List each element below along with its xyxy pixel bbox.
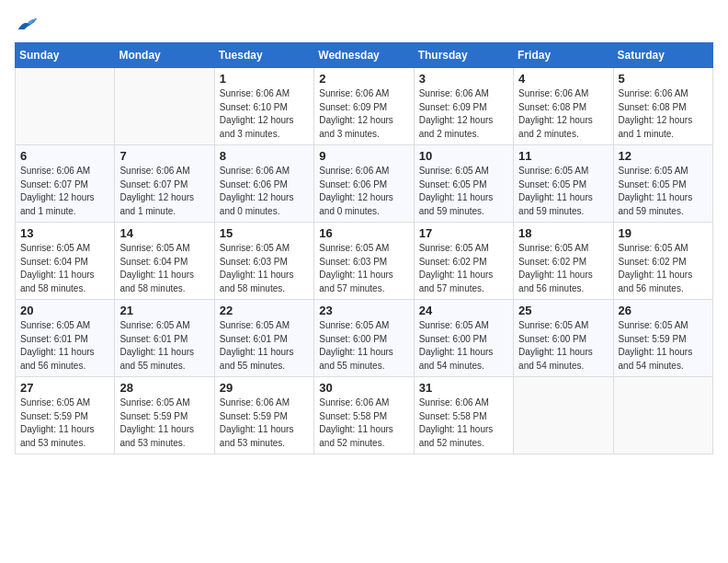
calendar-week-row: 27Sunrise: 6:05 AM Sunset: 5:59 PM Dayli… bbox=[16, 377, 713, 454]
day-number: 12 bbox=[619, 149, 708, 163]
logo-bird-icon bbox=[17, 15, 39, 33]
calendar-day-cell: 19Sunrise: 6:05 AM Sunset: 6:02 PM Dayli… bbox=[613, 223, 712, 300]
calendar-header-cell: Saturday bbox=[613, 43, 712, 68]
day-number: 7 bbox=[119, 149, 209, 163]
day-detail: Sunrise: 6:06 AM Sunset: 6:07 PM Dayligh… bbox=[119, 165, 209, 218]
calendar-day-cell: 31Sunrise: 6:06 AM Sunset: 5:58 PM Dayli… bbox=[414, 377, 513, 454]
day-number: 21 bbox=[119, 304, 209, 317]
day-detail: Sunrise: 6:05 AM Sunset: 6:02 PM Dayligh… bbox=[518, 242, 608, 295]
day-detail: Sunrise: 6:05 AM Sunset: 6:01 PM Dayligh… bbox=[220, 319, 309, 373]
calendar-day-cell: 28Sunrise: 6:05 AM Sunset: 5:59 PM Dayli… bbox=[115, 377, 214, 454]
day-detail: Sunrise: 6:05 AM Sunset: 6:00 PM Dayligh… bbox=[518, 319, 608, 373]
calendar-day-cell: 26Sunrise: 6:05 AM Sunset: 5:59 PM Dayli… bbox=[613, 300, 712, 377]
day-detail: Sunrise: 6:05 AM Sunset: 6:03 PM Dayligh… bbox=[220, 242, 309, 295]
calendar-day-cell: 8Sunrise: 6:06 AM Sunset: 6:06 PM Daylig… bbox=[214, 145, 313, 223]
day-number: 3 bbox=[419, 72, 508, 86]
calendar-day-cell bbox=[613, 377, 712, 454]
day-detail: Sunrise: 6:06 AM Sunset: 5:58 PM Dayligh… bbox=[319, 396, 408, 450]
day-detail: Sunrise: 6:05 AM Sunset: 5:59 PM Dayligh… bbox=[20, 396, 109, 450]
calendar-day-cell: 10Sunrise: 6:05 AM Sunset: 6:05 PM Dayli… bbox=[414, 145, 513, 223]
day-detail: Sunrise: 6:06 AM Sunset: 6:06 PM Dayligh… bbox=[220, 165, 309, 218]
day-number: 16 bbox=[319, 226, 408, 240]
day-detail: Sunrise: 6:05 AM Sunset: 5:59 PM Dayligh… bbox=[619, 319, 708, 373]
day-number: 6 bbox=[20, 149, 109, 163]
calendar-week-row: 20Sunrise: 6:05 AM Sunset: 6:01 PM Dayli… bbox=[16, 300, 713, 377]
day-detail: Sunrise: 6:05 AM Sunset: 6:01 PM Dayligh… bbox=[20, 319, 109, 373]
calendar-week-row: 13Sunrise: 6:05 AM Sunset: 6:04 PM Dayli… bbox=[16, 223, 713, 300]
day-detail: Sunrise: 6:06 AM Sunset: 5:59 PM Dayligh… bbox=[220, 396, 309, 450]
calendar-day-cell: 21Sunrise: 6:05 AM Sunset: 6:01 PM Dayli… bbox=[115, 300, 214, 377]
page-header bbox=[15, 15, 713, 33]
day-number: 20 bbox=[20, 304, 109, 317]
day-number: 17 bbox=[419, 226, 508, 240]
calendar-day-cell: 29Sunrise: 6:06 AM Sunset: 5:59 PM Dayli… bbox=[214, 377, 313, 454]
day-number: 31 bbox=[419, 381, 508, 395]
day-detail: Sunrise: 6:05 AM Sunset: 6:04 PM Dayligh… bbox=[20, 242, 109, 295]
calendar-day-cell: 27Sunrise: 6:05 AM Sunset: 5:59 PM Dayli… bbox=[16, 377, 115, 454]
day-number: 2 bbox=[319, 72, 408, 86]
day-detail: Sunrise: 6:06 AM Sunset: 5:58 PM Dayligh… bbox=[419, 396, 508, 450]
day-detail: Sunrise: 6:06 AM Sunset: 6:07 PM Dayligh… bbox=[20, 165, 109, 218]
calendar-day-cell: 4Sunrise: 6:06 AM Sunset: 6:08 PM Daylig… bbox=[514, 68, 613, 145]
day-detail: Sunrise: 6:05 AM Sunset: 6:05 PM Dayligh… bbox=[518, 165, 608, 218]
day-detail: Sunrise: 6:05 AM Sunset: 6:02 PM Dayligh… bbox=[619, 242, 708, 295]
day-detail: Sunrise: 6:06 AM Sunset: 6:10 PM Dayligh… bbox=[220, 87, 309, 141]
calendar-day-cell: 3Sunrise: 6:06 AM Sunset: 6:09 PM Daylig… bbox=[414, 68, 513, 145]
calendar-day-cell bbox=[514, 377, 613, 454]
calendar-day-cell bbox=[115, 68, 214, 145]
day-number: 27 bbox=[20, 381, 109, 395]
calendar-day-cell: 23Sunrise: 6:05 AM Sunset: 6:00 PM Dayli… bbox=[314, 300, 414, 377]
day-detail: Sunrise: 6:06 AM Sunset: 6:09 PM Dayligh… bbox=[319, 87, 408, 141]
calendar-header-cell: Sunday bbox=[16, 43, 115, 68]
day-number: 15 bbox=[220, 226, 309, 240]
calendar-day-cell: 9Sunrise: 6:06 AM Sunset: 6:06 PM Daylig… bbox=[314, 145, 414, 223]
day-detail: Sunrise: 6:05 AM Sunset: 6:03 PM Dayligh… bbox=[319, 242, 408, 295]
calendar-day-cell: 16Sunrise: 6:05 AM Sunset: 6:03 PM Dayli… bbox=[314, 223, 414, 300]
calendar-day-cell: 5Sunrise: 6:06 AM Sunset: 6:08 PM Daylig… bbox=[613, 68, 712, 145]
day-number: 30 bbox=[319, 381, 408, 395]
day-detail: Sunrise: 6:05 AM Sunset: 6:00 PM Dayligh… bbox=[319, 319, 408, 373]
day-detail: Sunrise: 6:05 AM Sunset: 6:05 PM Dayligh… bbox=[619, 165, 708, 218]
calendar-day-cell: 24Sunrise: 6:05 AM Sunset: 6:00 PM Dayli… bbox=[414, 300, 513, 377]
day-number: 9 bbox=[319, 149, 408, 163]
day-number: 14 bbox=[119, 226, 209, 240]
day-number: 24 bbox=[419, 304, 508, 317]
calendar-day-cell: 2Sunrise: 6:06 AM Sunset: 6:09 PM Daylig… bbox=[314, 68, 414, 145]
day-detail: Sunrise: 6:06 AM Sunset: 6:08 PM Dayligh… bbox=[518, 87, 608, 141]
calendar-day-cell: 6Sunrise: 6:06 AM Sunset: 6:07 PM Daylig… bbox=[16, 145, 115, 223]
day-number: 11 bbox=[518, 149, 608, 163]
calendar-week-row: 6Sunrise: 6:06 AM Sunset: 6:07 PM Daylig… bbox=[16, 145, 713, 223]
calendar-day-cell: 20Sunrise: 6:05 AM Sunset: 6:01 PM Dayli… bbox=[16, 300, 115, 377]
calendar-header-row: SundayMondayTuesdayWednesdayThursdayFrid… bbox=[16, 43, 713, 68]
day-detail: Sunrise: 6:06 AM Sunset: 6:08 PM Dayligh… bbox=[619, 87, 708, 141]
calendar-day-cell: 25Sunrise: 6:05 AM Sunset: 6:00 PM Dayli… bbox=[514, 300, 613, 377]
calendar-day-cell: 30Sunrise: 6:06 AM Sunset: 5:58 PM Dayli… bbox=[314, 377, 414, 454]
day-number: 4 bbox=[518, 72, 608, 86]
calendar-table: SundayMondayTuesdayWednesdayThursdayFrid… bbox=[15, 42, 713, 454]
calendar-day-cell: 1Sunrise: 6:06 AM Sunset: 6:10 PM Daylig… bbox=[214, 68, 313, 145]
day-number: 10 bbox=[419, 149, 508, 163]
day-number: 19 bbox=[619, 226, 708, 240]
day-detail: Sunrise: 6:05 AM Sunset: 6:02 PM Dayligh… bbox=[419, 242, 508, 295]
day-detail: Sunrise: 6:06 AM Sunset: 6:09 PM Dayligh… bbox=[419, 87, 508, 141]
day-number: 22 bbox=[220, 304, 309, 317]
day-number: 18 bbox=[518, 226, 608, 240]
day-detail: Sunrise: 6:06 AM Sunset: 6:06 PM Dayligh… bbox=[319, 165, 408, 218]
day-number: 23 bbox=[319, 304, 408, 317]
calendar-header-cell: Friday bbox=[514, 43, 613, 68]
day-number: 28 bbox=[119, 381, 209, 395]
calendar-day-cell: 13Sunrise: 6:05 AM Sunset: 6:04 PM Dayli… bbox=[16, 223, 115, 300]
calendar-day-cell: 12Sunrise: 6:05 AM Sunset: 6:05 PM Dayli… bbox=[613, 145, 712, 223]
calendar-day-cell: 18Sunrise: 6:05 AM Sunset: 6:02 PM Dayli… bbox=[514, 223, 613, 300]
calendar-day-cell: 14Sunrise: 6:05 AM Sunset: 6:04 PM Dayli… bbox=[115, 223, 214, 300]
day-detail: Sunrise: 6:05 AM Sunset: 6:05 PM Dayligh… bbox=[419, 165, 508, 218]
calendar-day-cell: 17Sunrise: 6:05 AM Sunset: 6:02 PM Dayli… bbox=[414, 223, 513, 300]
calendar-header-cell: Monday bbox=[115, 43, 214, 68]
calendar-day-cell bbox=[16, 68, 115, 145]
calendar-day-cell: 11Sunrise: 6:05 AM Sunset: 6:05 PM Dayli… bbox=[514, 145, 613, 223]
day-number: 26 bbox=[619, 304, 708, 317]
day-detail: Sunrise: 6:05 AM Sunset: 6:04 PM Dayligh… bbox=[119, 242, 209, 295]
calendar-header-cell: Tuesday bbox=[214, 43, 313, 68]
calendar-header-cell: Thursday bbox=[414, 43, 513, 68]
calendar-header-cell: Wednesday bbox=[314, 43, 414, 68]
